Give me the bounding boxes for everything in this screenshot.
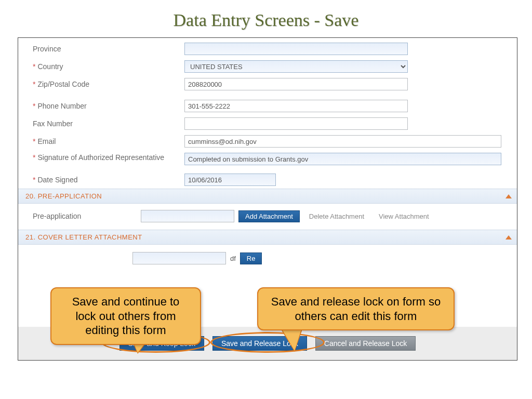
view-attachment-button[interactable]: View Attachment bbox=[374, 211, 434, 222]
date-signed-field[interactable]: 10/06/2016 bbox=[184, 174, 276, 186]
label-signature: *Signature of Authorized Representative bbox=[23, 153, 184, 162]
phone-field[interactable] bbox=[184, 100, 408, 112]
label-phone: *Phone Number bbox=[23, 102, 184, 110]
zip-field[interactable] bbox=[184, 78, 408, 90]
label-date-signed: *Date Signed bbox=[23, 176, 184, 184]
signature-field: Completed on submission to Grants.gov bbox=[184, 153, 501, 165]
cover-file-field[interactable] bbox=[132, 252, 226, 264]
cancel-release-lock-button[interactable]: Cancel and Release Lock bbox=[315, 336, 416, 351]
collapse-icon bbox=[506, 235, 512, 240]
country-select[interactable]: UNITED STATES bbox=[184, 60, 408, 73]
section-cover-letter[interactable]: 21. COVER LETTER ATTACHMENT bbox=[18, 230, 517, 245]
label-zip: *Zip/Postal Code bbox=[23, 80, 184, 88]
label-email: *Email bbox=[23, 137, 184, 145]
form-panel: Province *Country UNITED STATES *Zip/Pos… bbox=[18, 37, 517, 361]
section-preapplication[interactable]: 20. PRE-APPLICATION bbox=[18, 189, 517, 204]
delete-attachment-button[interactable]: Delete Attachment bbox=[304, 211, 369, 222]
label-country: *Country bbox=[23, 62, 184, 71]
page-title: Data Entry Screens - Save bbox=[0, 0, 532, 37]
add-attachment-button[interactable]: Add Attachment bbox=[238, 210, 300, 222]
label-province: Province bbox=[23, 45, 184, 53]
collapse-icon bbox=[506, 194, 512, 198]
province-field[interactable] bbox=[184, 43, 408, 55]
fax-field[interactable] bbox=[184, 117, 408, 130]
remove-button-fragment[interactable]: Re bbox=[240, 252, 262, 264]
callout-keep-lock: Save and continue to lock out others fro… bbox=[50, 287, 201, 345]
callout-release-lock: Save and release lock on form so others … bbox=[257, 287, 455, 330]
label-fax: Fax Number bbox=[23, 119, 184, 128]
email-field[interactable] bbox=[184, 135, 501, 148]
label-preapplication: Pre-application bbox=[33, 212, 137, 220]
pdf-fragment: df bbox=[230, 255, 236, 262]
preapplication-file-field[interactable] bbox=[141, 210, 234, 222]
